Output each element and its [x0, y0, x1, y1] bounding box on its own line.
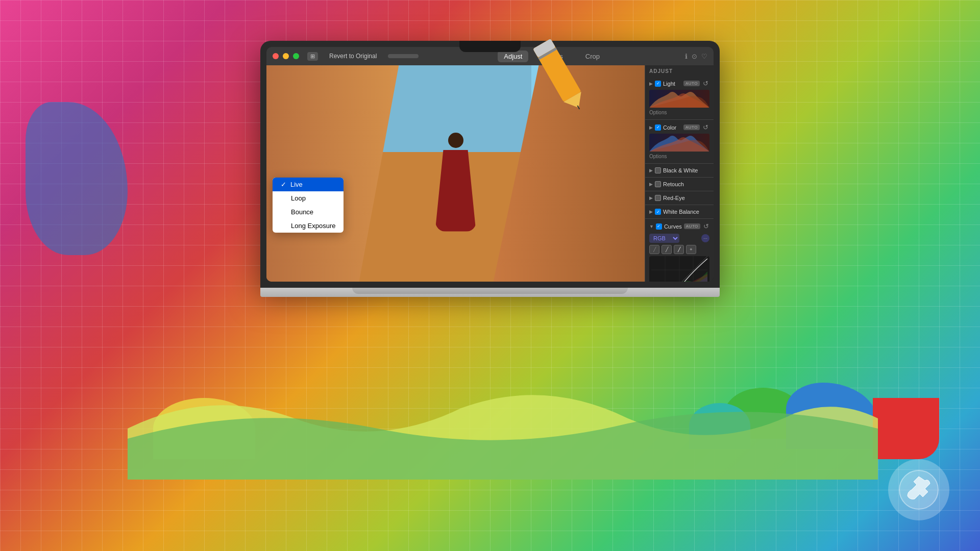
curves-expand-icon: ▼ [649, 224, 654, 229]
light-histogram [649, 90, 709, 108]
retouch-checkbox[interactable] [655, 181, 661, 187]
info-icon[interactable]: ℹ [685, 53, 688, 60]
curves-auto-badge[interactable]: AUTO [684, 223, 700, 229]
color-reset-btn[interactable]: ↺ [702, 123, 709, 131]
wb-expand-icon: ▶ [649, 209, 653, 214]
section-color: ▶ ✓ Color AUTO ↺ [645, 120, 714, 164]
curves-canvas[interactable] [649, 256, 709, 282]
eyedrop-black[interactable]: ╱ [649, 245, 659, 254]
redeye-checkbox[interactable] [655, 195, 661, 201]
light-options[interactable]: Options [645, 109, 714, 117]
person-body [435, 150, 476, 232]
expand-icon: ▶ [649, 81, 653, 86]
share-icon[interactable]: ⊙ [692, 53, 697, 60]
section-bw: ▶ Black & White [645, 164, 714, 178]
bw-expand-icon: ▶ [649, 168, 653, 173]
light-reset-btn[interactable]: ↺ [702, 80, 709, 87]
eyedrop-white[interactable]: ╱ [674, 245, 684, 254]
bw-row[interactable]: ▶ Black & White [645, 166, 714, 175]
section-retouch: ▶ Retouch [645, 178, 714, 191]
retouch-expand-icon: ▶ [649, 182, 653, 187]
dropdown-item-loop[interactable]: Loop [273, 191, 344, 205]
add-point-btn[interactable]: + [686, 245, 696, 254]
titlebar-controls: ⊞ [307, 52, 318, 61]
curve-tools: ╱ ╱ ╱ + [649, 245, 709, 254]
light-row[interactable]: ▶ ✓ Light AUTO ↺ [645, 78, 714, 89]
color-histogram [649, 134, 709, 152]
person-head [448, 133, 463, 148]
color-row[interactable]: ▶ ✓ Color AUTO ↺ [645, 122, 714, 133]
revert-button[interactable]: Revert to Original [326, 52, 380, 61]
view-toggle[interactable]: ⊞ [307, 52, 318, 61]
maximize-button[interactable] [293, 53, 299, 59]
minimize-button[interactable] [283, 53, 289, 59]
checkmark-icon: ✓ [281, 181, 286, 188]
bottom-waves [128, 378, 878, 480]
window-body: ✓ Live Loop Bounce [266, 65, 714, 282]
light-auto-badge[interactable]: AUTO [683, 81, 700, 86]
laptop-body: ⊞ Revert to Original Adjust Filters Crop… [260, 41, 720, 288]
curves-row[interactable]: ▼ ✓ Curves AUTO ↺ [645, 221, 714, 232]
curve-options-btn[interactable]: ⋯ [701, 234, 709, 242]
section-curves: ▼ ✓ Curves AUTO ↺ RGB Red [645, 219, 714, 282]
laptop-base [260, 288, 720, 297]
eyedrop-mid[interactable]: ╱ [662, 245, 672, 254]
light-checkbox[interactable]: ✓ [655, 81, 661, 87]
heart-icon[interactable]: ♡ [701, 53, 707, 60]
color-options[interactable]: Options [645, 153, 714, 161]
curve-header: RGB Red Green Blue ⋯ [649, 234, 709, 243]
color-checkbox[interactable]: ✓ [655, 124, 661, 131]
wb-checkbox[interactable]: ✓ [655, 209, 661, 215]
deco-red [873, 398, 939, 459]
section-wb: ▶ ✓ White Balance [645, 205, 714, 219]
adjust-panel: ADJUST ▶ ✓ Light AUTO ↺ [645, 65, 714, 282]
photo-wall-left [266, 65, 399, 282]
laptop-notch [459, 41, 521, 52]
titlebar-right: ℹ ⊙ ♡ [685, 53, 707, 60]
color-auto-badge[interactable]: AUTO [683, 124, 700, 130]
photo-person [425, 133, 486, 260]
dropdown-item-live[interactable]: ✓ Live [273, 178, 344, 191]
dropdown-item-long-exposure[interactable]: Long Exposure [273, 219, 344, 233]
retouch-row[interactable]: ▶ Retouch [645, 180, 714, 189]
panel-title: ADJUST [645, 65, 714, 76]
laptop-screen: ⊞ Revert to Original Adjust Filters Crop… [266, 47, 714, 282]
curves-checkbox[interactable]: ✓ [656, 223, 662, 230]
redeye-expand-icon: ▶ [649, 195, 653, 201]
curves-editor: RGB Red Green Blue ⋯ ╱ ╱ [645, 232, 714, 282]
section-light: ▶ ✓ Light AUTO ↺ [645, 76, 714, 120]
section-redeye: ▶ Red-Eye [645, 191, 714, 205]
channel-select[interactable]: RGB Red Green Blue [649, 234, 679, 243]
macos-window: ⊞ Revert to Original Adjust Filters Crop… [266, 47, 714, 282]
playback-dropdown[interactable]: ✓ Live Loop Bounce [273, 178, 344, 233]
wb-row[interactable]: ▶ ✓ White Balance [645, 207, 714, 216]
color-expand-icon: ▶ [649, 125, 653, 130]
bw-checkbox[interactable] [655, 167, 661, 173]
redeye-row[interactable]: ▶ Red-Eye [645, 193, 714, 203]
dropdown-item-bounce[interactable]: Bounce [273, 205, 344, 219]
wrench-circle-decoration [888, 459, 949, 520]
laptop-stand [352, 288, 628, 294]
curves-reset-btn[interactable]: ↺ [702, 222, 710, 230]
close-button[interactable] [273, 53, 279, 59]
laptop: ⊞ Revert to Original Adjust Filters Crop… [260, 41, 720, 297]
